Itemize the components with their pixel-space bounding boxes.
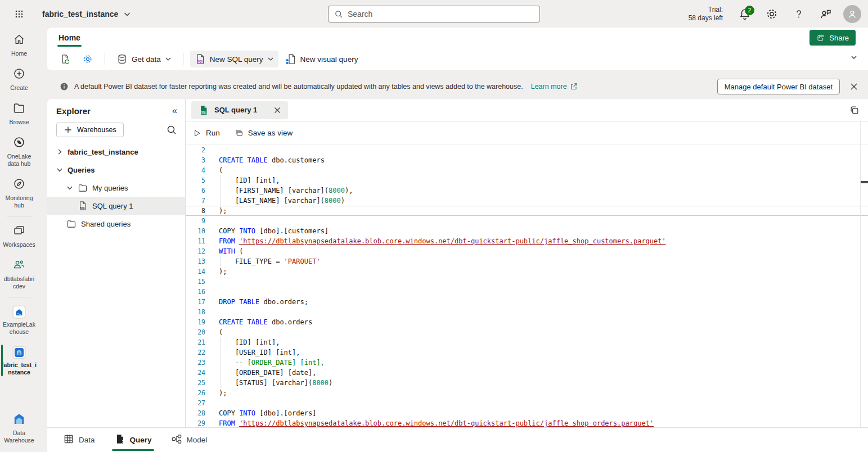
tree-item-my-queries[interactable]: My queries [47, 179, 185, 197]
token-kw: TABLE [239, 298, 259, 306]
share-icon [816, 33, 825, 42]
new-sql-query-button[interactable]: SQL New SQL query [190, 51, 278, 67]
tree-item-sql-query-1[interactable]: SQLSQL query 1 [47, 197, 185, 215]
gear-blue-icon [82, 53, 93, 65]
code-line-content [211, 216, 868, 226]
collapse-explorer-icon[interactable]: « [172, 106, 177, 116]
code-line-7[interactable]: 7 [LAST_NAME] [varchar](8000) [186, 196, 868, 206]
sidebar-item-onelake-data-hub[interactable]: OneLakedata hub [0, 130, 38, 172]
tree-item-queries[interactable]: Queries [47, 161, 185, 179]
tree-item-fabric_test_instance[interactable]: fabric_test_instance [47, 143, 185, 161]
chevron-down-icon[interactable] [66, 184, 73, 191]
code-line-9[interactable]: 9 [186, 216, 868, 226]
code-line-25[interactable]: 25 [STATUS] [varchar](8000) [186, 378, 868, 388]
feedback-button[interactable] [816, 4, 835, 24]
code-line-17[interactable]: 17DROP TABLE dbo.orders; [186, 297, 868, 307]
code-line-23[interactable]: 23 -- [ORDER_DATE] [int], [186, 358, 868, 368]
code-line-26[interactable]: 26); [186, 388, 868, 398]
line-number: 20 [186, 327, 211, 337]
account-avatar[interactable] [843, 5, 861, 23]
code-line-8[interactable]: 8); [186, 206, 868, 216]
token-cmt: -- [ORDER_DATE] [int], [219, 359, 325, 367]
sidebar-item-browse[interactable]: Browse [0, 96, 38, 130]
token-pl: ) [341, 197, 345, 205]
code-line-11[interactable]: 11FROM 'https://dbtlabsynapsedatalake.bl… [186, 236, 868, 246]
chevron-right-icon[interactable] [56, 148, 63, 155]
code-line-24[interactable]: 24 [ORDER_DATE] [date], [186, 368, 868, 378]
refresh-dataset-button[interactable] [55, 51, 75, 67]
code-line-19[interactable]: 19CREATE TABLE dbo.orders [186, 317, 868, 327]
line-number: 21 [186, 337, 211, 347]
code-line-14[interactable]: 14); [186, 266, 868, 277]
tab-sql-query-1[interactable]: SQL SQL query 1 [191, 101, 288, 119]
get-data-button[interactable]: Get data [112, 51, 176, 67]
monitor-icon [12, 177, 26, 193]
sidebar-item-data-warehouse[interactable]: DataWarehouse [0, 407, 38, 452]
save-as-view-button[interactable]: Save as view [235, 129, 293, 138]
search-input[interactable]: Search [328, 6, 540, 22]
sidebar-item-examplelakehouse[interactable]: ExampleLakehouse [0, 300, 38, 340]
view-tab-query[interactable]: Query [107, 428, 159, 452]
sidebar-item-label: Workspaces [3, 241, 35, 248]
chevron-down-icon[interactable] [56, 166, 63, 173]
tab-home[interactable]: Home [55, 30, 84, 46]
sidebar-item-label: DataWarehouse [4, 430, 34, 444]
code-line-27[interactable]: 27 [186, 398, 868, 408]
code-line-28[interactable]: 28COPY INTO [dbo].[orders] [186, 408, 868, 418]
token-pl: FILE_TYPE = [219, 257, 284, 265]
run-button[interactable]: Run [192, 129, 220, 138]
topbar-actions: Trial: 58 days left 2 [689, 0, 861, 28]
learn-more-link[interactable]: Learn more [531, 82, 578, 91]
view-tab-model[interactable]: Model [164, 428, 214, 452]
explorer-search-icon[interactable] [166, 124, 177, 135]
sidebar-item-fabric-test-instance[interactable]: fabric_test_instance [0, 340, 38, 381]
sidebar-item-home[interactable]: Home [0, 28, 38, 62]
dataset-settings-button[interactable] [78, 51, 98, 67]
share-button[interactable]: Share [809, 30, 856, 46]
ribbon-tab-row: Home Share [47, 28, 868, 48]
code-line-21[interactable]: 21 [ID] [int], [186, 337, 868, 347]
code-line-2[interactable]: 2 [186, 145, 868, 155]
code-line-12[interactable]: 12WITH ( [186, 246, 868, 256]
banner-close-icon[interactable] [845, 78, 862, 95]
sidebar-item-workspaces[interactable]: Workspaces [0, 219, 38, 253]
help-button[interactable] [789, 4, 808, 24]
code-line-3[interactable]: 3CREATE TABLE dbo.customers [186, 155, 868, 165]
sidebar-item-label: ExampleLakehouse [3, 321, 35, 336]
tree-item-shared-queries[interactable]: Shared queries [47, 215, 185, 233]
sidebar-item-dbtlabsfabricdev[interactable]: dbtlabsfabricdev [0, 253, 38, 295]
ribbon-collapse-chevron[interactable] [850, 53, 858, 64]
sidebar-item-monitoring-hub[interactable]: Monitoringhub [0, 172, 38, 214]
code-line-16[interactable]: 16 [186, 287, 868, 297]
code-line-10[interactable]: 10COPY INTO [dbo].[customers] [186, 226, 868, 236]
code-line-15[interactable]: 15 [186, 277, 868, 287]
manage-default-dataset-button[interactable]: Manage default Power BI dataset [717, 79, 840, 94]
query-toolbar: Run Save as view [186, 121, 868, 145]
add-warehouses-button[interactable]: Warehouses [56, 123, 124, 137]
code-line-4[interactable]: 4( [186, 165, 868, 175]
code-line-22[interactable]: 22 [USER_ID] [int], [186, 347, 868, 358]
settings-button[interactable] [762, 4, 781, 24]
code-line-13[interactable]: 13 FILE_TYPE = 'PARQUET' [186, 256, 868, 266]
copy-icon[interactable] [849, 105, 860, 116]
code-line-20[interactable]: 20( [186, 327, 868, 337]
code-line-6[interactable]: 6 [FIRST_NAME] [varchar](8000), [186, 186, 868, 196]
close-tab-icon[interactable] [272, 105, 282, 115]
editor-scrollbar-track[interactable] [860, 121, 861, 427]
sidebar-item-create[interactable]: Create [0, 62, 38, 96]
workspace-switcher[interactable]: fabric_test_instance [42, 10, 132, 19]
create-icon [12, 67, 26, 83]
token-num: 8000 [329, 187, 345, 195]
new-visual-query-button[interactable]: New visual query [281, 51, 363, 67]
code-line-18[interactable]: 18 [186, 307, 868, 317]
app-launcher-icon[interactable] [10, 4, 29, 24]
editor-scrollbar-thumb[interactable] [861, 181, 868, 183]
sql-code-area[interactable]: 23CREATE TABLE dbo.customers4(5 [ID] [in… [186, 145, 868, 427]
view-tab-data[interactable]: Data [56, 428, 102, 452]
sidebar-item-label: Create [10, 84, 28, 92]
code-line-29[interactable]: 29FROM 'https://dbtlabsynapsedatalake.bl… [186, 418, 868, 427]
notifications-button[interactable]: 2 [735, 4, 754, 24]
view-tab-label: Query [130, 436, 152, 444]
people-icon [12, 258, 26, 274]
code-line-5[interactable]: 5 [ID] [int], [186, 175, 868, 186]
